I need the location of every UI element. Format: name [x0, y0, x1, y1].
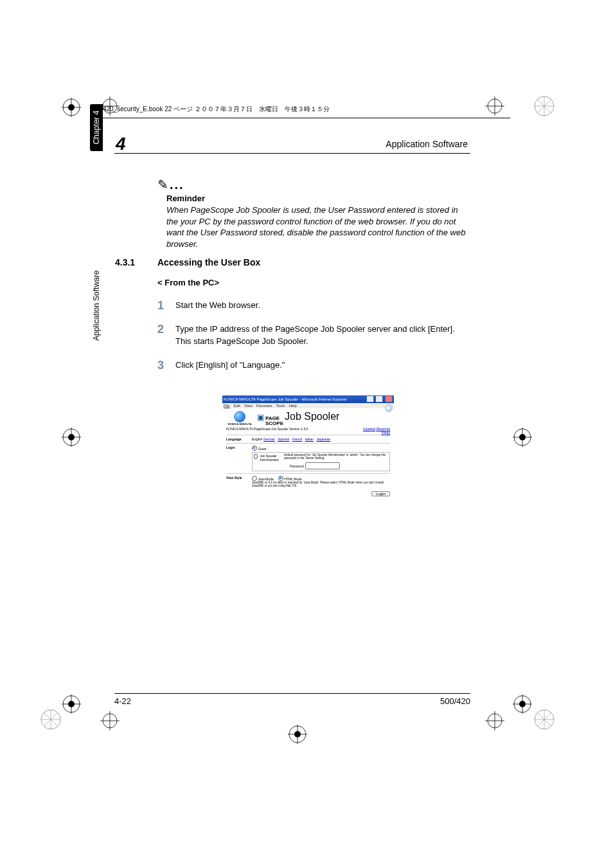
star-icon: [40, 709, 62, 732]
step-text: Start the Web browser.: [175, 300, 469, 312]
pagescope-text: PAGE SCOPE: [265, 416, 283, 425]
svg-point-50: [294, 731, 301, 737]
crop-mark-icon: [513, 694, 532, 714]
km-logo: KONICA MINOLTA: [226, 411, 253, 426]
crop-mark-icon: [100, 711, 120, 730]
radio-html-mode[interactable]: [278, 476, 283, 481]
section-title: Accessing the User Box: [157, 257, 260, 267]
window-title: KONICA MINOLTA PageScope Job Spooler - M…: [224, 397, 347, 401]
window-buttons[interactable]: [366, 395, 393, 403]
footer-page-number: 4-22: [114, 696, 131, 706]
footer-model: 500/420: [440, 696, 470, 706]
lang-english[interactable]: English: [252, 437, 262, 441]
side-tab: Application Software Chapter 4: [90, 104, 103, 341]
globe-icon: [234, 411, 245, 422]
admin-label: Job Spooler Administrator: [260, 454, 282, 462]
page: 420_security_E.book 22 ページ ２００７年３月７日 水曜日…: [0, 0, 613, 868]
crop-mark-icon: [62, 428, 81, 447]
pencil-icon: ✎...: [157, 177, 469, 192]
side-tab-chapter: Chapter 4: [90, 104, 103, 151]
link-help[interactable]: [Help]: [382, 431, 390, 435]
crop-mark-icon: [62, 98, 81, 117]
link-readme[interactable]: [Readme]: [376, 427, 390, 431]
menu-tools[interactable]: Tools: [276, 404, 285, 408]
reminder-heading: Reminder: [166, 194, 469, 203]
menu-favorites[interactable]: Favorites: [256, 404, 272, 408]
login-label: Login: [226, 446, 252, 471]
svg-point-40: [519, 701, 526, 707]
svg-point-3: [68, 104, 75, 111]
side-tab-title: Application Software: [92, 151, 101, 341]
password-input[interactable]: [305, 462, 340, 469]
reminder-body: When PageScope Job Spooler is used, the …: [166, 204, 469, 249]
menu-help[interactable]: Help: [289, 404, 297, 408]
step-text: Type the IP address of the PageScope Job…: [175, 323, 469, 348]
chapter-rule: [114, 153, 470, 154]
chapter-title: Application Software: [386, 139, 468, 149]
step-list: 1 Start the Web browser. 2 Type the IP a…: [157, 296, 469, 383]
password-label: Password: [290, 464, 304, 468]
section-subtitle: < From the PC>: [157, 278, 219, 287]
star-icon: [533, 709, 555, 732]
language-label: Language: [226, 437, 252, 441]
radio-guest[interactable]: [252, 446, 257, 451]
ie-menubar[interactable]: File Edit View Favorites Tools Help: [222, 403, 394, 408]
menu-view[interactable]: View: [244, 404, 253, 408]
svg-point-36: [68, 701, 75, 707]
pagescope-icon: ▣: [257, 413, 264, 422]
crop-mark-icon: [62, 694, 81, 714]
pagescope-logo: ▣ PAGE SCOPE Job Spooler: [257, 411, 339, 425]
crop-mark-icon: [288, 725, 307, 744]
viewstyle-label: View Style: [226, 476, 252, 488]
menu-edit[interactable]: Edit: [234, 404, 240, 408]
radio-admin[interactable]: [254, 454, 258, 459]
link-update[interactable]: [Update]: [363, 427, 375, 431]
admin-info: Default password for 'Job Spooler Admini…: [284, 454, 388, 460]
section-number: 4.3.1: [115, 257, 135, 267]
km-brand-text: KONICA MINOLTA: [227, 422, 251, 426]
lang-french[interactable]: French: [292, 437, 303, 441]
print-header: 420_security_E.book 22 ページ ２００７年３月７日 水曜日…: [103, 105, 510, 118]
step: 2 Type the IP address of the PageScope J…: [157, 323, 469, 348]
version-text: KONICA MINOLTA PageScope Job Spooler Ver…: [226, 427, 308, 435]
close-icon[interactable]: [385, 395, 393, 402]
lang-japanese[interactable]: Japanese: [316, 437, 330, 441]
step: 1 Start the Web browser.: [157, 300, 469, 312]
embedded-screenshot: KONICA MINOLTA PageScope Job Spooler - M…: [222, 395, 394, 527]
chapter-number: 4: [116, 134, 126, 154]
star-icon: [533, 95, 555, 119]
maximize-icon[interactable]: [375, 395, 383, 402]
step-number: 1: [157, 300, 175, 312]
lang-spanish[interactable]: Spanish: [278, 437, 289, 441]
step-text: Click [English] of "Language.": [175, 359, 469, 372]
step-number: 2: [157, 323, 175, 348]
menu-file[interactable]: File: [224, 404, 230, 408]
crop-mark-icon: [485, 711, 504, 730]
print-header-text: 420_security_E.book 22 ページ ２００７年３月７日 水曜日…: [103, 105, 330, 113]
reminder-block: ✎... Reminder When PageScope Job Spooler…: [157, 177, 469, 249]
window-titlebar: KONICA MINOLTA PageScope Job Spooler - M…: [222, 395, 394, 403]
viewstyle-note: Java2RE v1.4.2 (or later) is required fo…: [252, 482, 390, 488]
step: 3 Click [English] of "Language.": [157, 359, 469, 372]
svg-point-7: [68, 434, 75, 440]
lang-italian[interactable]: Italian: [305, 437, 314, 441]
minimize-icon[interactable]: [366, 395, 374, 402]
jobspooler-text: Job Spooler: [285, 411, 339, 422]
page-footer: 4-22 500/420: [114, 693, 470, 706]
ie-logo-icon: [385, 404, 393, 412]
guest-label: Guest: [258, 447, 266, 451]
step-number: 3: [157, 359, 175, 372]
lang-german[interactable]: German: [263, 437, 275, 441]
crop-mark-icon: [513, 428, 532, 447]
svg-point-11: [519, 434, 526, 440]
radio-java-mode[interactable]: [252, 476, 257, 481]
login-button[interactable]: Login: [371, 491, 390, 496]
